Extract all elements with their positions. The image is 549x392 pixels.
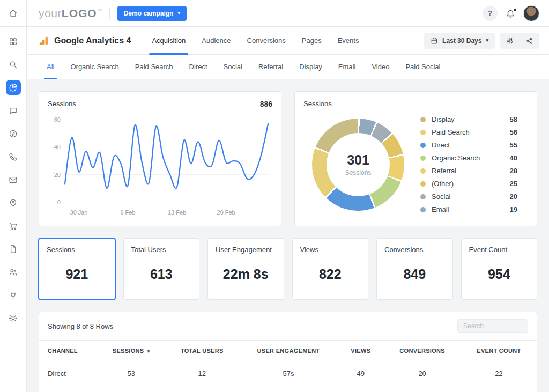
channel-tab-paid-social[interactable]: Paid Social — [397, 55, 448, 79]
legend-item-referral[interactable]: Referral28 — [420, 167, 517, 175]
table-top-bar: Showing 8 of 8 Rows — [39, 312, 537, 340]
stat-card-sessions[interactable]: Sessions921 — [39, 238, 115, 300]
legend-label: Organic Search — [432, 154, 480, 162]
share-icon — [526, 37, 533, 45]
sidebar-item-apps[interactable] — [6, 34, 21, 49]
stat-card-views[interactable]: Views822 — [292, 238, 369, 300]
legend-item-other[interactable]: (Other)25 — [420, 180, 517, 188]
legend-value: 55 — [510, 141, 517, 149]
column-header-conversions[interactable]: Conversions — [383, 341, 461, 361]
stat-card-event-count[interactable]: Event Count954 — [461, 238, 538, 300]
channel-tab-email[interactable]: Email — [330, 55, 364, 79]
settings-icon — [9, 314, 18, 323]
channel-tab-organic-search[interactable]: Organic Search — [62, 55, 127, 79]
cell-channel: Social — [39, 386, 98, 392]
sessions-line-card: Sessions 886 020406030 Jan6 Feb13 Feb20 … — [39, 91, 281, 226]
chat-icon — [9, 106, 18, 115]
report-bar: Google Analytics 4 AcquisitionAudienceCo… — [27, 27, 549, 55]
sidebar-item-pie-chart[interactable] — [6, 80, 21, 95]
channel-tab-direct[interactable]: Direct — [181, 55, 216, 79]
sidebar-item-chat[interactable] — [6, 103, 21, 118]
stat-label: Sessions — [47, 246, 107, 254]
sidebar-item-phone[interactable] — [6, 149, 21, 164]
pie-chart-icon — [9, 83, 18, 92]
channel-tab-display[interactable]: Display — [291, 55, 330, 79]
date-range-label: Last 30 Days — [442, 37, 481, 45]
phone-icon — [9, 152, 18, 161]
channel-tab-referral[interactable]: Referral — [250, 55, 291, 79]
column-header-total-users[interactable]: Total Users — [165, 341, 239, 361]
tab-events[interactable]: Events — [330, 27, 367, 54]
sidebar-item-users[interactable] — [6, 264, 21, 279]
legend-value: 19 — [510, 205, 517, 213]
help-button[interactable]: ? — [483, 6, 498, 21]
sidebar-item-home[interactable] — [6, 6, 21, 21]
legend-label: Email — [432, 205, 449, 213]
date-range-button[interactable]: Last 30 Days ▾ — [424, 33, 495, 49]
legend-item-social[interactable]: Social20 — [420, 193, 517, 201]
legend-label: Paid Search — [432, 128, 470, 136]
campaign-dropdown-button[interactable]: Demo campaign ▾ — [117, 6, 187, 21]
donut-center-value: 301 — [347, 152, 369, 168]
legend-value: 20 — [510, 193, 517, 201]
chevron-down-icon: ▾ — [177, 11, 180, 16]
legend-item-direct[interactable]: Direct55 — [420, 141, 517, 149]
logo-trademark: ™ — [98, 8, 102, 13]
legend-label: Direct — [432, 141, 450, 149]
card-title: Sessions — [48, 100, 272, 108]
legend-dot — [420, 117, 426, 122]
stat-card-conversions[interactable]: Conversions849 — [376, 238, 453, 300]
file-icon — [9, 245, 18, 254]
charts-row: Sessions 886 020406030 Jan6 Feb13 Feb20 … — [39, 91, 537, 226]
channel-tab-social[interactable]: Social — [216, 55, 250, 79]
sliders-icon — [506, 37, 514, 45]
sessions-total: 886 — [260, 100, 272, 108]
card-title: Sessions — [303, 100, 528, 108]
sidebar-item-pinterest[interactable] — [6, 126, 21, 141]
share-button[interactable] — [520, 33, 539, 49]
legend-value: 28 — [510, 167, 517, 175]
tab-audience[interactable]: Audience — [194, 27, 239, 54]
column-header-sessions[interactable]: Sessions ▾ — [98, 341, 165, 361]
legend-item-paid-search[interactable]: Paid Search56 — [420, 128, 517, 136]
tab-conversions[interactable]: Conversions — [239, 27, 294, 54]
legend-label: Social — [432, 193, 450, 201]
table-search-input[interactable] — [457, 319, 528, 333]
column-header-event-count[interactable]: Event Count — [461, 341, 537, 361]
cart-icon — [9, 221, 18, 231]
legend-item-organic-search[interactable]: Organic Search40 — [420, 154, 517, 162]
stat-label: Conversions — [384, 246, 445, 254]
channel-tab-paid-search[interactable]: Paid Search — [127, 55, 181, 79]
sidebar-item-search[interactable] — [6, 57, 21, 72]
tab-pages[interactable]: Pages — [294, 27, 330, 54]
sidebar-item-mail[interactable] — [6, 172, 21, 187]
notifications-button[interactable] — [506, 9, 515, 18]
stat-card-user-engagement[interactable]: User Engagement22m 8s — [207, 238, 284, 300]
svg-text:20 Feb: 20 Feb — [217, 209, 235, 216]
column-header-views[interactable]: Views — [338, 341, 383, 361]
stat-value: 849 — [384, 267, 445, 282]
tab-acquisition[interactable]: Acquisition — [144, 27, 194, 54]
legend-label: Referral — [432, 167, 456, 175]
sidebar-item-plug[interactable] — [6, 287, 21, 302]
column-header-channel[interactable]: Channel — [39, 341, 98, 361]
legend-value: 40 — [510, 154, 517, 162]
legend-item-display[interactable]: Display58 — [420, 115, 517, 123]
channels-table-card: Showing 8 of 8 Rows ChannelSessions ▾Tot… — [39, 312, 537, 392]
sidebar-item-settings[interactable] — [6, 310, 21, 326]
column-header-user-engagement[interactable]: User Engagement — [239, 341, 338, 361]
stat-label: Total Users — [131, 246, 192, 254]
legend-item-email[interactable]: Email19 — [420, 205, 517, 213]
stat-card-total-users[interactable]: Total Users613 — [123, 238, 200, 300]
legend-label: Display — [432, 115, 455, 123]
sidebar-item-file[interactable] — [6, 241, 21, 256]
sidebar-item-map-pin[interactable] — [6, 195, 21, 210]
filters-button[interactable] — [500, 33, 520, 49]
channel-tab-video[interactable]: Video — [363, 55, 397, 79]
sidebar-item-cart[interactable] — [6, 218, 21, 233]
channel-tab-all[interactable]: All — [39, 55, 62, 79]
user-avatar[interactable] — [523, 5, 539, 21]
cell-value: 49 — [338, 361, 383, 386]
cell-value: 53 — [98, 386, 165, 392]
legend-value: 58 — [510, 115, 517, 123]
